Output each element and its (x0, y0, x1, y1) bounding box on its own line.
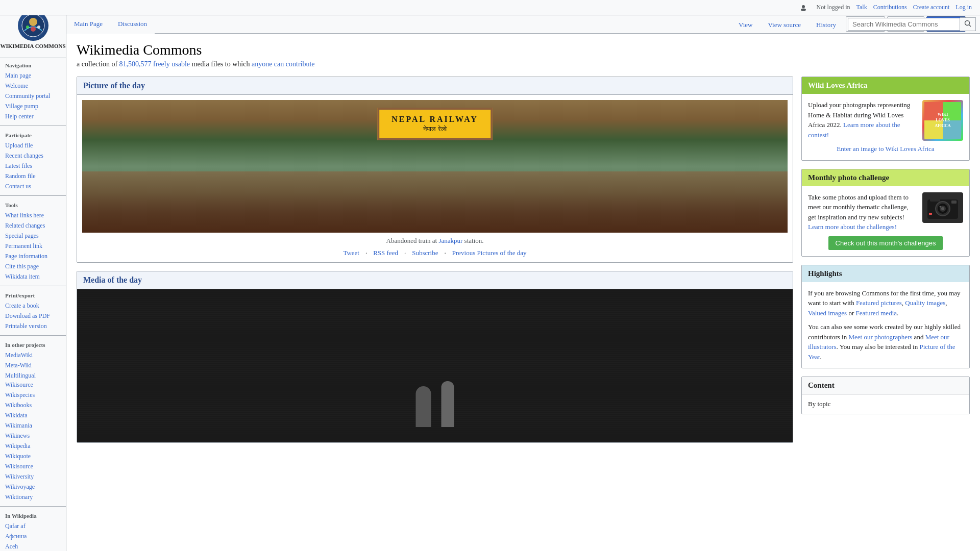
sidebar-item-wikinews[interactable]: Wikinews (5, 431, 61, 441)
sidebar-item-page-information[interactable]: Page information (5, 251, 61, 261)
sidebar-item-mediawiki[interactable]: MediaWiki (5, 350, 61, 360)
header-bar: Not logged in Talk Contributions Create … (0, 0, 980, 15)
talk-link[interactable]: Talk (856, 4, 867, 11)
potd-box: Picture of the day NEPAL RAILWAY नेपाल र… (77, 77, 793, 263)
sidebar-item-random-file[interactable]: Random file (5, 171, 61, 181)
previous-pictures-link[interactable]: Previous Pictures of the day (452, 249, 527, 257)
sidebar-item-printable-version[interactable]: Printable version (5, 321, 61, 331)
sidebar-item-main-page[interactable]: Main page (5, 70, 61, 81)
page-subtitle: a collection of 81,500,577 freely usable… (77, 60, 970, 68)
potd-links: Tweet · RSS feed · Subscribe · Previous … (82, 249, 788, 257)
enter-image-link[interactable]: Enter an image to Wiki Loves Africa (808, 144, 963, 154)
svg-rect-24 (951, 201, 957, 204)
janakpur-link[interactable]: Janakpur (438, 237, 462, 244)
svg-point-0 (802, 5, 805, 8)
sidebar-item-welcome[interactable]: Welcome (5, 81, 61, 91)
svg-text:LOVES: LOVES (936, 118, 950, 122)
main-wrapper: Main Page Discussion View View source Hi… (66, 15, 980, 459)
motd-box: Media of the day (77, 271, 793, 443)
sidebar-item-wikipedia[interactable]: Wikipedia (5, 441, 61, 451)
file-count-link[interactable]: 81,500,577 freely usable (119, 60, 192, 68)
rss-feed-link[interactable]: RSS feed (373, 249, 398, 257)
tab-view[interactable]: View (731, 16, 760, 33)
print-section: Print/export Create a book Download as P… (0, 288, 66, 333)
learn-more-challenges-link[interactable]: Learn more about the challenges! (808, 223, 897, 231)
tab-left: Main Page Discussion (66, 15, 155, 33)
highlights-body: If you are browsing Commons for the firs… (802, 282, 969, 368)
content-section-header: Content (802, 377, 969, 394)
search-input[interactable] (848, 18, 960, 31)
sidebar-item-special-pages[interactable]: Special pages (5, 231, 61, 241)
sidebar-item-help-center[interactable]: Help center (5, 111, 61, 121)
potd-header: Picture of the day (77, 77, 793, 95)
login-link[interactable]: Log in (955, 4, 972, 11)
sidebar-item-wikibooks[interactable]: Wikibooks (5, 400, 61, 410)
sidebar-item-cite-this-page[interactable]: Cite this page (5, 261, 61, 271)
motd-body (77, 289, 793, 442)
content-section-by-topic: By topic (802, 394, 969, 414)
sidebar-item-community-portal[interactable]: Community portal (5, 91, 61, 101)
search-box (848, 17, 976, 31)
print-title: Print/export (5, 292, 61, 298)
sidebar-item-multilingual-wikisource[interactable]: Multilingual Wikisource (5, 370, 61, 390)
sidebar-item-permanent-link[interactable]: Permanent link (5, 241, 61, 251)
highlights-header: Highlights (802, 265, 969, 282)
sidebar-item-upload-file[interactable]: Upload file (5, 140, 61, 151)
sidebar-item-related-changes[interactable]: Related changes (5, 220, 61, 231)
sidebar-item-meta-wiki[interactable]: Meta-Wiki (5, 360, 61, 370)
contributions-link[interactable]: Contributions (873, 4, 907, 11)
right-col: Wiki Loves Africa WIKI LOVES (801, 77, 970, 451)
svg-point-4 (31, 27, 36, 32)
svg-point-22 (941, 207, 944, 210)
sidebar-item-create-book[interactable]: Create a book (5, 300, 61, 311)
page-title: Wikimedia Commons (77, 42, 970, 58)
svg-point-6 (37, 26, 40, 29)
wiki-loves-africa-body: WIKI LOVES AFRICA Upload your photograph… (802, 94, 969, 160)
tab-discussion[interactable]: Discussion (110, 15, 155, 34)
valued-images-link[interactable]: Valued images (808, 309, 847, 317)
svg-rect-18 (930, 196, 940, 202)
sidebar-item-contact-us[interactable]: Contact us (5, 181, 61, 191)
wiki-loves-africa-logo: WIKI LOVES AFRICA (922, 100, 963, 141)
sidebar: WIKIMEDIA COMMONS Navigation Main page W… (0, 0, 66, 459)
contribute-link[interactable]: anyone can contribute (252, 60, 315, 68)
subscribe-link[interactable]: Subscribe (412, 249, 438, 257)
logo-text: WIKIMEDIA COMMONS (0, 43, 65, 49)
user-status: Not logged in (800, 4, 850, 11)
content-section-box: Content By topic (801, 377, 970, 414)
sidebar-item-wikidata[interactable]: Wikidata (5, 410, 61, 420)
sidebar-item-wikiquote[interactable]: Wikiquote (5, 451, 61, 459)
two-col: Picture of the day NEPAL RAILWAY नेपाल र… (77, 77, 970, 451)
tab-history[interactable]: History (808, 16, 844, 33)
sidebar-item-download-pdf[interactable]: Download as PDF (5, 311, 61, 321)
sidebar-item-wikimania[interactable]: Wikimania (5, 420, 61, 431)
meet-photographers-link[interactable]: Meet our photographers (848, 333, 912, 341)
sidebar-item-recent-changes[interactable]: Recent changes (5, 151, 61, 161)
quality-images-link[interactable]: Quality images (905, 299, 945, 307)
check-challenges-button[interactable]: Check out this month's challenges (828, 236, 943, 250)
sidebar-item-latest-files[interactable]: Latest files (5, 161, 61, 171)
search-button[interactable] (960, 17, 976, 31)
tab-view-source[interactable]: View source (760, 16, 808, 33)
sidebar-item-village-pump[interactable]: Village pump (5, 101, 61, 111)
featured-pictures-link[interactable]: Featured pictures (856, 299, 902, 307)
navigation-title: Navigation (5, 62, 61, 68)
svg-point-3 (29, 18, 37, 26)
highlights-text-2: You can also see some work created by ou… (808, 322, 963, 362)
wiki-loves-africa-header: Wiki Loves Africa (802, 77, 969, 94)
potd-caption: Abandoned train at Janakpur station. (82, 237, 788, 245)
featured-media-link[interactable]: Featured media (856, 309, 897, 317)
motd-image (77, 289, 793, 442)
tab-main-page[interactable]: Main Page (66, 15, 110, 34)
create-account-link[interactable]: Create account (913, 4, 950, 11)
sidebar-item-wikidata-item[interactable]: Wikidata item (5, 271, 61, 282)
page-title-area: Images Sounds Videos Upload Wikimedia Co… (77, 42, 970, 68)
svg-rect-25 (929, 213, 932, 215)
sidebar-item-what-links-here[interactable]: What links here (5, 210, 61, 220)
highlights-box: Highlights If you are browsing Commons f… (801, 265, 970, 369)
sidebar-item-wikispecies[interactable]: Wikispecies (5, 390, 61, 400)
motd-header: Media of the day (77, 271, 793, 289)
content-area: Images Sounds Videos Upload Wikimedia Co… (66, 34, 980, 459)
tweet-link[interactable]: Tweet (343, 249, 359, 257)
svg-point-7 (965, 21, 970, 26)
